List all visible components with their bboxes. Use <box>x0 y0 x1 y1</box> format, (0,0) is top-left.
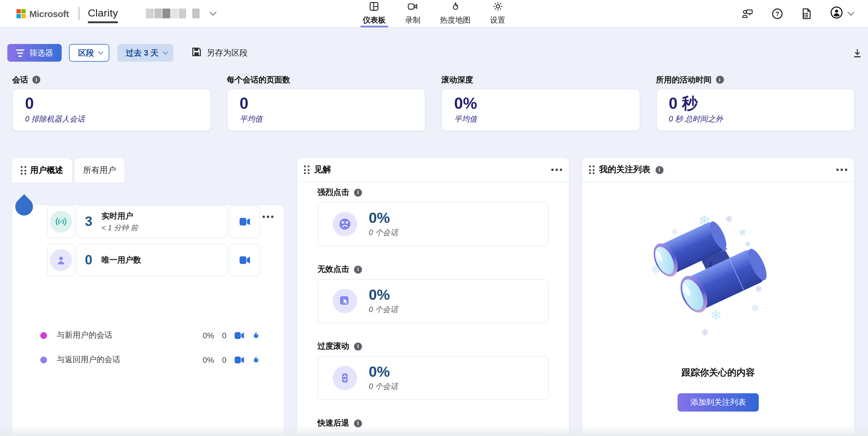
metric-pages-per-session: 每个会话的页面数 0 平均值 <box>227 75 426 131</box>
more-menu-icon[interactable] <box>555 169 558 171</box>
account-menu[interactable] <box>830 6 854 21</box>
clarity-dashboard: Microsoft Clarity 仪表板 <box>0 0 868 436</box>
person-icon <box>50 249 72 271</box>
watch-user-recordings-button[interactable] <box>229 244 260 277</box>
excessive-scroll-section: 过度滚动 i 0% 0 个会话 <box>317 341 549 400</box>
excessive-scroll-card: 0% 0 个会话 <box>317 356 549 400</box>
tab-user-overview[interactable]: 用户概述 <box>12 158 72 182</box>
info-icon[interactable]: i <box>354 419 362 427</box>
tab-heatmaps[interactable]: 热度地图 <box>439 0 472 27</box>
svg-text:❄: ❄ <box>671 227 678 236</box>
metric-value: 0 秒 <box>669 95 842 113</box>
help-icon[interactable]: ? <box>772 8 783 19</box>
metric-label: 滚动深度 <box>441 74 473 85</box>
more-menu-icon[interactable] <box>267 215 269 218</box>
excessive-scroll-value: 0% <box>369 364 398 380</box>
unique-users-icon-cell <box>47 244 74 277</box>
flame-icon <box>451 1 460 14</box>
widgets-row: 用户概述 所有用户 <box>12 158 855 436</box>
watchlist-header: 我的关注列表 i <box>582 158 854 182</box>
metric-card: 0 0 排除机器人会话 <box>12 89 211 131</box>
video-camera-icon[interactable] <box>235 331 244 339</box>
drag-handle-icon[interactable] <box>589 166 594 174</box>
chevron-down-icon <box>163 50 168 55</box>
returning-users-legend-row: 与返回用户的会话 0% 0 <box>40 352 260 367</box>
drag-handle-icon[interactable] <box>21 166 26 175</box>
quick-backs-card: 0% 0 个会话 <box>317 433 549 436</box>
info-icon[interactable]: i <box>354 188 362 196</box>
metric-subtitle: 平均值 <box>240 114 413 124</box>
date-range-label: 过去 3 天 <box>126 47 158 58</box>
svg-text:❄: ❄ <box>755 284 762 294</box>
metric-value: 0% <box>454 95 627 113</box>
header-action-icons: ? <box>741 6 854 21</box>
metric-label: 所用的活动时间 <box>656 74 711 85</box>
metric-subtitle: 0 秒 总时间之外 <box>669 114 842 124</box>
tab-dashboard-label: 仪表板 <box>363 15 386 25</box>
watch-live-recordings-button[interactable] <box>229 205 260 238</box>
tab-settings-label: 设置 <box>490 15 505 25</box>
save-icon <box>192 47 202 59</box>
heatmap-flame-icon[interactable] <box>252 331 260 340</box>
unique-users-value: 0 <box>85 252 92 268</box>
tab-all-users[interactable]: 所有用户 <box>74 158 125 182</box>
info-icon[interactable]: i <box>32 76 40 84</box>
dead-clicks-section: 无效点击 i 0% 0 个会话 <box>317 264 549 323</box>
watchlist-title: 我的关注列表 <box>599 164 650 175</box>
dead-click-icon <box>333 289 357 313</box>
date-range-dropdown[interactable]: 过去 3 天 <box>117 44 174 62</box>
download-icon[interactable] <box>853 48 862 58</box>
add-to-watchlist-button[interactable]: 添加到关注列表 <box>678 393 759 412</box>
more-menu-icon[interactable] <box>840 169 843 171</box>
metric-scroll-depth: 滚动深度 0% 平均值 <box>441 75 640 131</box>
new-users-label: 与新用户的会话 <box>57 330 112 341</box>
chevron-down-icon <box>210 9 217 16</box>
release-notes-icon[interactable] <box>802 8 812 19</box>
sessions-legend: 与新用户的会话 0% 0 <box>40 328 260 367</box>
tab-dashboard[interactable]: 仪表板 <box>362 0 387 27</box>
insights-widget: 见解 强烈点击 i <box>297 158 569 436</box>
clarity-droplet-icon <box>11 194 37 219</box>
metric-label: 会话 <box>12 74 28 85</box>
returning-users-dot <box>40 356 47 363</box>
returning-users-count: 0 <box>222 355 226 364</box>
drag-handle-icon[interactable] <box>304 166 309 174</box>
quick-backs-label: 快速后退 <box>317 418 349 429</box>
info-icon[interactable]: i <box>716 76 724 84</box>
heatmap-flame-icon[interactable] <box>252 355 260 364</box>
returning-users-label: 与返回用户的会话 <box>57 354 120 365</box>
dashboard-icon <box>369 1 379 14</box>
svg-text:❄: ❄ <box>725 214 733 224</box>
filters-button[interactable]: 筛选器 <box>7 44 62 62</box>
info-icon[interactable]: i <box>655 166 663 174</box>
project-selector[interactable] <box>146 8 216 18</box>
metric-card: 0 平均值 <box>227 89 426 131</box>
svg-text:❄: ❄ <box>744 240 750 248</box>
rage-clicks-section: 强烈点击 i 0% 0 个会话 <box>317 187 549 246</box>
live-users-sublabel: < 1 分钟 前 <box>102 223 138 233</box>
metric-value: 0 <box>25 95 198 113</box>
user-overview-card: 3 实时用户 < 1 分钟 前 <box>12 205 284 436</box>
excessive-scroll-sessions: 0 个会话 <box>369 381 398 392</box>
filter-toolbar: 筛选器 区段 过去 3 天 另存为区段 <box>7 44 862 62</box>
segment-dropdown[interactable]: 区段 <box>69 44 109 62</box>
info-icon[interactable]: i <box>354 342 362 350</box>
video-camera-icon <box>407 1 418 14</box>
binoculars-illustration: ❄ ❄ ❄ ❄ ❄ ❄ ❄ ❄ ❄ ❄ ❄ <box>582 206 854 350</box>
metric-sessions: 会话 i 0 0 排除机器人会话 <box>12 75 211 131</box>
tab-settings[interactable]: 设置 <box>489 0 507 27</box>
save-as-segment-button[interactable]: 另存为区段 <box>192 47 248 59</box>
video-camera-icon[interactable] <box>235 356 244 364</box>
clarity-wordmark: Clarity <box>88 7 118 22</box>
rage-clicks-sessions: 0 个会话 <box>369 228 398 238</box>
tab-recordings[interactable]: 录制 <box>404 0 422 27</box>
live-signal-icon <box>50 211 72 233</box>
project-name-redacted <box>146 8 200 18</box>
info-icon[interactable]: i <box>354 265 362 273</box>
user-overview-tabs: 用户概述 所有用户 <box>12 158 284 182</box>
svg-text:❄: ❄ <box>710 308 721 323</box>
new-users-dot <box>40 332 47 339</box>
tab-heatmaps-label: 热度地图 <box>440 15 471 25</box>
feedback-icon[interactable] <box>741 8 753 19</box>
app-header: Microsoft Clarity 仪表板 <box>0 0 868 27</box>
